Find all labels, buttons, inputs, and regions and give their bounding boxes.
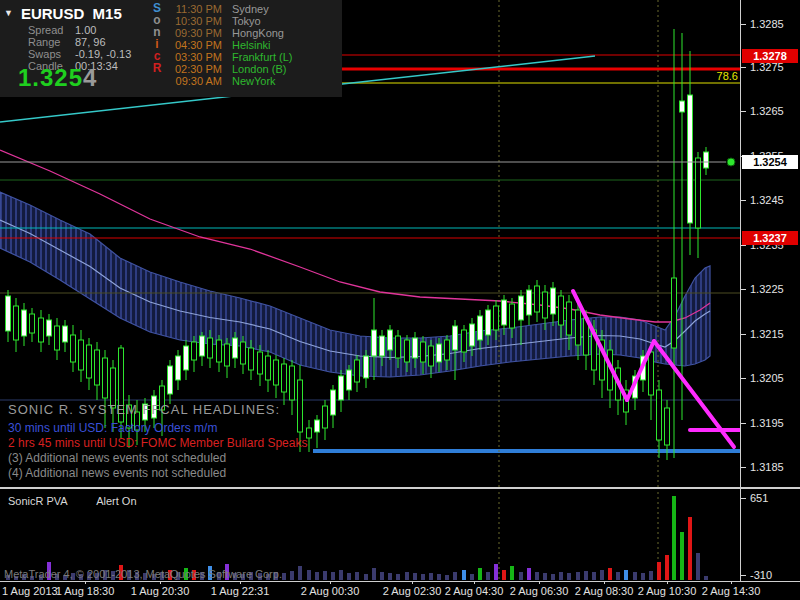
time-axis-label: 2 Aug 06:30 <box>510 585 569 597</box>
price-axis-tick <box>741 245 746 246</box>
indicator-name: SonicR PVA <box>8 495 67 507</box>
time-axis-tick <box>412 581 413 584</box>
volume-bar <box>704 576 708 580</box>
volume-bar <box>307 570 311 580</box>
news-item: (4) Additional news events not scheduled <box>8 466 307 481</box>
volume-bar <box>510 566 514 580</box>
clock-row-sydney: 11:30 PMSydney <box>170 3 269 15</box>
volume-bar <box>688 517 692 580</box>
candle-body <box>649 352 654 395</box>
candle-body <box>672 278 677 348</box>
symbol-name: EURUSD <box>21 5 84 22</box>
candle-body <box>6 296 11 331</box>
candle-body <box>315 420 320 432</box>
candle-body <box>258 352 263 374</box>
candle-body <box>79 340 84 370</box>
volume-bar <box>323 571 327 580</box>
candle-body <box>282 364 287 392</box>
candle-body <box>22 310 27 336</box>
fib-786-label: 78.6 <box>700 70 738 82</box>
candle-body <box>688 95 693 223</box>
price-axis-label: -310 <box>750 569 772 581</box>
price-axis-label: 1.3265 <box>750 105 784 117</box>
candle-body <box>405 340 410 362</box>
volume-bar <box>657 562 661 580</box>
volume-bar <box>672 496 676 580</box>
candle-body <box>355 360 360 382</box>
volume-bar <box>494 564 498 580</box>
candle-body <box>339 376 344 400</box>
price-axis-label: 1.3215 <box>750 328 784 340</box>
volume-bar <box>527 568 531 580</box>
time-axis-tick <box>240 581 241 584</box>
time-axis-tick <box>539 581 540 584</box>
volume-bar <box>535 572 539 580</box>
volume-bar <box>388 573 392 580</box>
candle-body <box>95 350 100 385</box>
candle-body <box>535 286 540 312</box>
volume-bar <box>551 574 555 580</box>
volume-bar <box>355 572 359 580</box>
volume-bar <box>584 571 588 580</box>
quote-stat-spread: Spread1.00 <box>28 24 63 36</box>
pane-splitter[interactable] <box>0 487 800 489</box>
candle-body <box>55 326 60 350</box>
volume-bar <box>567 573 571 580</box>
candle-body <box>543 292 548 318</box>
quote-stat-swaps: Swaps-0.19, -0.13 <box>28 48 61 60</box>
volume-bar <box>413 573 417 580</box>
volume-bar <box>437 574 441 580</box>
volume-bar <box>339 570 343 580</box>
candle-body <box>470 324 475 346</box>
candle-body <box>462 330 467 352</box>
candle-body <box>364 356 369 378</box>
candle-body <box>176 356 181 380</box>
time-axis-label: 1 Aug 2013 <box>2 585 58 597</box>
quote-info-panel: ▼EURUSD M15 Spread1.00Range87, 96Swaps-0… <box>0 0 342 97</box>
price-axis-label: 1.3285 <box>750 18 784 30</box>
candle-body <box>39 318 44 342</box>
candle-body <box>217 340 222 362</box>
volume-bar <box>364 574 368 580</box>
time-axis-tick <box>85 581 86 584</box>
price-axis-label: 1.3185 <box>750 461 784 473</box>
volume-bar <box>665 555 669 580</box>
volume-bar <box>696 553 700 580</box>
candle-body <box>502 300 507 325</box>
price-axis-tick <box>741 575 746 576</box>
sonicr-logo: SonicR <box>149 2 165 74</box>
price-axis-label: 1.3245 <box>750 194 784 206</box>
candle-body <box>413 338 418 358</box>
candle-body <box>510 304 515 328</box>
volume-bar <box>453 572 457 580</box>
candle-body <box>429 346 434 366</box>
volume-bar <box>543 573 547 580</box>
time-axis-label: 2 Aug 10:30 <box>638 585 697 597</box>
volume-bar <box>405 572 409 580</box>
volume-bar <box>298 566 302 580</box>
time-axis[interactable]: 1 Aug 20131 Aug 18:301 Aug 20:301 Aug 22… <box>0 584 800 600</box>
volume-bar <box>680 532 684 580</box>
candle-body <box>184 346 189 370</box>
candle-body <box>527 290 532 315</box>
volume-bar <box>315 572 319 580</box>
price-axis-label: 1.3225 <box>750 283 784 295</box>
candle-body <box>494 306 499 330</box>
time-axis-label: 1 Aug 18:30 <box>56 585 115 597</box>
news-item: 30 mins until USD: Factory Orders m/m <box>8 421 307 436</box>
candle-body <box>680 101 685 112</box>
candle-body <box>551 288 556 314</box>
time-axis-label: 2 Aug 14:30 <box>702 585 761 597</box>
time-axis-tick <box>731 581 732 584</box>
time-axis-label: 1 Aug 22:31 <box>211 585 270 597</box>
candle-body <box>266 356 271 380</box>
time-axis-label: 1 Aug 20:30 <box>131 585 190 597</box>
clock-row-hongkong: 09:30 PMHongKong <box>170 27 284 39</box>
news-headlines-panel: SONIC R. SYSTEM FFCAL HEADLINES: 30 mins… <box>8 402 307 481</box>
news-items: 30 mins until USD: Factory Orders m/m2 h… <box>8 421 307 481</box>
symbol-dropdown-icon[interactable]: ▼ <box>4 8 13 18</box>
current-price-box: 1.3254 <box>742 155 798 169</box>
price-axis[interactable]: 1.32851.32751.32651.32551.32451.32351.32… <box>741 0 800 582</box>
candle-body <box>576 310 581 345</box>
candle-body <box>249 348 254 370</box>
